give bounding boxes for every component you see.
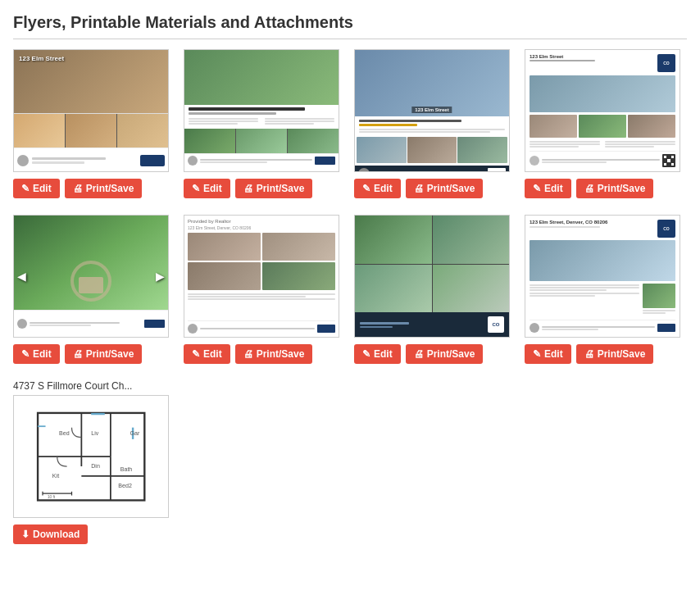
pencil-icon-3: ✎ (362, 183, 370, 194)
flyers-grid: 123 Elm Street (13, 49, 687, 544)
printer-icon: 🖨 (73, 183, 83, 194)
svg-text:Bed2: Bed2 (118, 483, 132, 489)
printer-icon-2: 🖨 (243, 183, 253, 194)
edit-button-2[interactable]: ✎ Edit (184, 179, 230, 198)
flyer-card-2: ✎ Edit 🖨 Print/Save (184, 49, 339, 198)
svg-text:10 ft: 10 ft (48, 495, 56, 499)
floor-plan-svg: Bed Liv Gar Kit Din Bath Bed2 10 ft (30, 408, 152, 505)
flyer-card-9: 4737 S Fillmore Court Ch... (13, 380, 169, 544)
print-button-8[interactable]: 🖨 Print/Save (576, 344, 654, 364)
flyer-thumbnail-6: Provided by Realtor 123 Elm Street, Denv… (184, 215, 339, 338)
flyer-thumbnail-5: ◀ ▶ (13, 215, 169, 338)
flyer-thumbnail-7: CO (354, 215, 510, 338)
svg-text:Gar: Gar (130, 430, 139, 437)
flyer-buttons-3: ✎ Edit 🖨 Print/Save (354, 179, 483, 198)
printer-icon-5: 🖨 (73, 348, 83, 360)
print-button-5[interactable]: 🖨 Print/Save (65, 344, 143, 364)
edit-button-1[interactable]: ✎ Edit (13, 179, 60, 198)
flyer-card-1: 123 Elm Street (13, 49, 169, 198)
pencil-icon-5: ✎ (21, 348, 30, 360)
flyer-thumbnail-4: 123 Elm Street CO (525, 49, 680, 172)
edit-button-8[interactable]: ✎ Edit (525, 344, 571, 364)
flyer-buttons-6: ✎ Edit 🖨 Print/Save (184, 344, 312, 364)
flyer-thumbnail-1: 123 Elm Street (13, 49, 169, 172)
flyer-card-6: Provided by Realtor 123 Elm Street, Denv… (184, 215, 339, 364)
svg-rect-6 (38, 425, 45, 427)
edit-button-4[interactable]: ✎ Edit (525, 179, 571, 198)
flyer-buttons-7: ✎ Edit 🖨 Print/Save (354, 344, 483, 364)
printer-icon-3: 🖨 (414, 183, 424, 194)
flyer-card-5: ◀ ▶ ✎ Edit 🖨 Print/Save (13, 215, 169, 364)
pencil-icon-4: ✎ (533, 183, 541, 194)
pencil-icon: ✎ (21, 183, 30, 194)
printer-icon-4: 🖨 (584, 183, 594, 194)
edit-button-6[interactable]: ✎ Edit (184, 344, 230, 364)
edit-button-7[interactable]: ✎ Edit (354, 344, 401, 364)
flyer-thumbnail-2 (184, 49, 339, 172)
flyer-thumbnail-8: 123 Elm Street, Denver, CO 80206 CO (525, 215, 680, 338)
flyer-buttons-2: ✎ Edit 🖨 Print/Save (184, 179, 312, 198)
download-icon: ⬇ (21, 529, 30, 540)
pencil-icon-7: ✎ (362, 348, 370, 360)
flyer-buttons-9: ⬇ Download (13, 524, 88, 544)
svg-text:Din: Din (91, 463, 100, 470)
flyer-buttons-1: ✎ Edit 🖨 Print/Save (13, 179, 142, 198)
print-button-4[interactable]: 🖨 Print/Save (576, 179, 654, 198)
flyer-card-3: 123 Elm Street (354, 49, 510, 198)
attachment-label: 4737 S Fillmore Court Ch... (13, 380, 169, 392)
page-title: Flyers, Printable Materials and Attachme… (13, 13, 687, 39)
flyer-buttons-8: ✎ Edit 🖨 Print/Save (525, 344, 653, 364)
svg-rect-7 (91, 413, 105, 415)
svg-text:Kit: Kit (52, 473, 59, 479)
download-button-9[interactable]: ⬇ Download (13, 524, 88, 544)
pencil-icon-8: ✎ (533, 348, 541, 360)
printer-icon-8: 🖨 (584, 348, 594, 360)
printer-icon-7: 🖨 (414, 348, 424, 360)
printer-icon-6: 🖨 (243, 348, 253, 360)
pencil-icon-2: ✎ (192, 183, 200, 194)
flyer-thumbnail-9: Bed Liv Gar Kit Din Bath Bed2 10 ft (13, 395, 169, 518)
svg-text:Bath: Bath (120, 466, 133, 473)
flyer-buttons-4: ✎ Edit 🖨 Print/Save (525, 179, 653, 198)
flyer-card-8: 123 Elm Street, Denver, CO 80206 CO (525, 215, 680, 364)
print-button-1[interactable]: 🖨 Print/Save (65, 179, 143, 198)
print-button-3[interactable]: 🖨 Print/Save (406, 179, 484, 198)
flyer-thumbnail-3: 123 Elm Street (354, 49, 510, 172)
pencil-icon-6: ✎ (192, 348, 200, 360)
svg-text:Liv: Liv (91, 430, 99, 437)
svg-text:Bed: Bed (59, 430, 70, 437)
flyer-card-4: 123 Elm Street CO (525, 49, 680, 198)
flyer-buttons-5: ✎ Edit 🖨 Print/Save (13, 344, 142, 364)
edit-button-5[interactable]: ✎ Edit (13, 344, 60, 364)
flyer-card-7: CO ✎ Edit 🖨 Print/Save (354, 215, 510, 364)
print-button-7[interactable]: 🖨 Print/Save (406, 344, 484, 364)
edit-button-3[interactable]: ✎ Edit (354, 179, 401, 198)
print-button-6[interactable]: 🖨 Print/Save (235, 344, 313, 364)
print-button-2[interactable]: 🖨 Print/Save (235, 179, 313, 198)
